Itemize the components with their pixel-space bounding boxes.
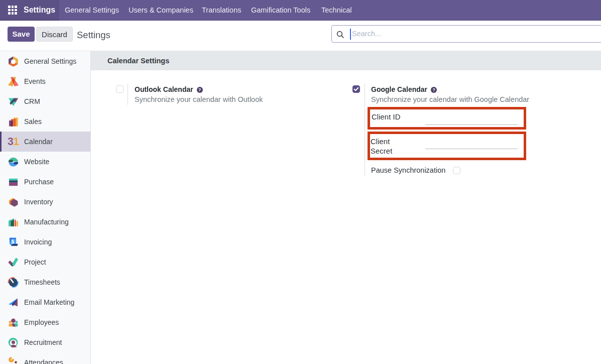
svg-text:$: $ [12, 238, 15, 245]
